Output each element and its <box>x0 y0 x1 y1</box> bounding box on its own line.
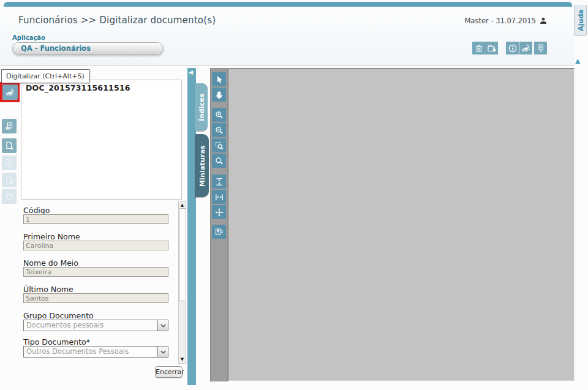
rotate-page-button <box>2 189 17 204</box>
user-status: Master - 31.07.2015 <box>464 17 547 25</box>
collapse-toolbar-icon[interactable]: ▲ <box>575 58 580 64</box>
digitalizar-tooltip: Digitalizar (Ctrl+Alt+S) <box>1 69 89 83</box>
move-icon <box>214 208 224 217</box>
add-page-button[interactable] <box>2 138 17 153</box>
tab-label: Índices <box>197 93 205 121</box>
tab-ajuda-label: Ajuda <box>576 9 584 31</box>
selected-value: Documentos pessoais <box>26 320 104 331</box>
primeiro-nome-label: Primeiro Nome <box>23 232 80 241</box>
scanner-icon <box>521 43 531 53</box>
application-label: Aplicação <box>12 34 45 41</box>
selected-value: Outros Documentos Pessoais <box>26 347 129 357</box>
viewer-toolbar <box>210 68 228 381</box>
form-scrollbar[interactable]: ▲ ▼ <box>178 201 186 364</box>
tipo-documento-select[interactable]: Outros Documentos Pessoais <box>23 346 168 358</box>
chevron-down-icon[interactable] <box>157 320 168 331</box>
ultimo-nome-label: Último Nome <box>23 285 74 294</box>
user-icon <box>540 17 547 24</box>
delete-page-button <box>2 173 17 187</box>
codigo-label: Código <box>23 206 50 215</box>
tab-miniaturas[interactable]: Miniaturas <box>195 134 209 197</box>
zoom-out-button[interactable] <box>212 123 226 137</box>
hand-icon <box>214 90 224 100</box>
delete-button[interactable] <box>472 42 485 54</box>
document-list[interactable]: DOC_201573115611516 <box>21 80 182 200</box>
scrollbar-thumb[interactable] <box>179 208 186 301</box>
archive-button[interactable] <box>485 42 498 54</box>
export-document-button[interactable] <box>534 42 547 54</box>
nome-do-meio-input[interactable] <box>23 267 168 277</box>
document-title: DOC_201573115611516 <box>26 83 130 92</box>
doc-import-icon <box>4 121 14 131</box>
info-icon <box>508 43 518 53</box>
top-accent-bar <box>4 2 572 7</box>
page-flip-icon <box>214 227 224 237</box>
tab-label: Miniaturas <box>198 144 206 186</box>
scanner-icon <box>6 88 15 97</box>
application-selector[interactable]: QA - Funcionários <box>12 42 164 55</box>
tipo-documento-label: Tipo Documento* <box>23 337 90 347</box>
import-document-button[interactable] <box>2 119 17 133</box>
zoom-in-button[interactable] <box>212 108 226 122</box>
collapse-panel-icon[interactable]: ◀ <box>189 69 193 75</box>
ultimo-nome-input[interactable] <box>23 293 168 303</box>
move-page-button <box>2 156 17 170</box>
breadcrumb: Funcionários >> Digitalizar documento(s) <box>18 15 216 26</box>
grupo-documento-label: Grupo Documento <box>23 311 94 320</box>
fit-width-icon <box>214 192 224 202</box>
doc-export-icon <box>536 43 546 53</box>
image-viewer-canvas[interactable] <box>228 68 575 381</box>
tab-indices[interactable]: Índices <box>195 83 208 131</box>
trash-icon <box>474 43 484 53</box>
scan-settings-button[interactable] <box>519 42 532 54</box>
move-image-button[interactable] <box>212 205 226 219</box>
zoom-region-button[interactable] <box>212 138 226 152</box>
page-delete-icon <box>4 175 14 185</box>
pointer-button[interactable] <box>212 72 226 86</box>
scroll-down-icon[interactable]: ▼ <box>179 356 186 362</box>
magnifier-icon <box>214 156 224 166</box>
chevron-down-icon[interactable] <box>157 347 168 357</box>
page-move-icon <box>4 158 14 168</box>
grupo-documento-select[interactable]: Documentos pessoais <box>23 320 168 331</box>
fit-height-button[interactable] <box>212 174 226 189</box>
zoom-region-icon <box>214 141 224 151</box>
folder-lock-icon <box>487 43 497 53</box>
primeiro-nome-input[interactable] <box>23 241 168 250</box>
user-label: Master - 31.07.2015 <box>464 17 536 25</box>
digitalizar-button[interactable] <box>2 84 18 100</box>
page-rotate-icon <box>4 192 14 201</box>
header: Funcionários >> Digitalizar documento(s)… <box>0 7 575 66</box>
fit-width-button[interactable] <box>212 190 226 204</box>
page-add-icon <box>4 141 14 151</box>
encerrar-button[interactable]: Encerrar <box>155 366 183 378</box>
zoom-out-icon <box>214 126 224 135</box>
pan-button[interactable] <box>212 88 226 102</box>
nome-do-meio-label: Nome do Meio <box>23 258 78 268</box>
pointer-icon <box>214 75 224 84</box>
zoom-in-icon <box>214 110 224 120</box>
info-button[interactable] <box>506 42 519 54</box>
tab-ajuda[interactable]: Ajuda <box>574 5 587 36</box>
fit-height-icon <box>214 177 224 187</box>
codigo-input[interactable] <box>23 214 168 224</box>
zoom-dynamic-button[interactable] <box>212 154 226 168</box>
scroll-up-icon[interactable]: ▲ <box>179 202 186 208</box>
flip-page-button[interactable] <box>212 225 226 239</box>
